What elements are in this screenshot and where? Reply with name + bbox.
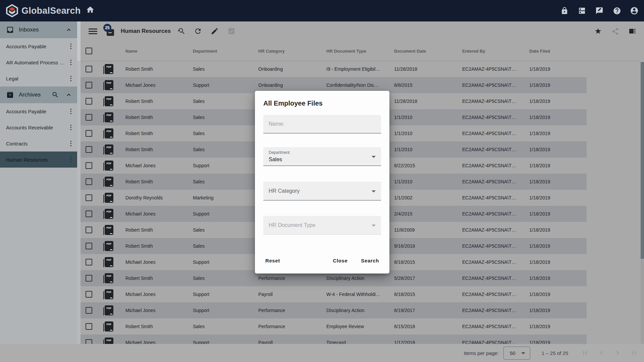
clipboard-check-icon[interactable]	[227, 27, 236, 36]
pdf-file-icon[interactable]: PDF	[105, 305, 113, 315]
pdf-file-icon[interactable]: PDF	[105, 257, 113, 267]
pdf-file-icon[interactable]: PDF	[105, 96, 113, 106]
sidebar-item-accounts-payable[interactable]: Accounts Payable⋮	[0, 103, 77, 119]
select-all-checkbox[interactable]	[86, 48, 92, 54]
pdf-file-icon[interactable]: PDF	[105, 128, 113, 138]
sidebar-section-inboxes[interactable]: Inboxes	[0, 21, 77, 38]
table-row[interactable]: PDFMichael JonesSupportPayrollW-4 - Fede…	[80, 286, 587, 302]
pdf-file-icon[interactable]: PDF	[105, 177, 113, 187]
sidebar-item-accounts-payable[interactable]: Accounts Payable⋮	[0, 38, 77, 54]
row-checkbox[interactable]	[86, 114, 92, 121]
kebab-menu-icon[interactable]: ⋮	[68, 44, 74, 49]
column-header-date-filed[interactable]: Date Filed	[529, 49, 587, 54]
department-select[interactable]: Department Sales	[263, 147, 381, 166]
edit-icon[interactable]	[210, 27, 219, 36]
kebab-menu-icon[interactable]: ⋮	[68, 60, 74, 65]
sidebar-item-accounts-receivable[interactable]: Accounts Receivable⋮	[0, 119, 77, 135]
row-checkbox[interactable]	[86, 291, 92, 298]
refresh-icon[interactable]	[194, 27, 202, 36]
reset-button[interactable]: Reset	[263, 255, 282, 266]
previous-page-icon[interactable]	[597, 349, 606, 357]
first-page-icon[interactable]	[581, 349, 590, 357]
row-checkbox[interactable]	[86, 210, 92, 217]
search-again-icon[interactable]	[177, 27, 185, 36]
avatar-icon[interactable]	[630, 6, 639, 15]
home-icon[interactable]	[86, 5, 95, 14]
menu-icon[interactable]	[89, 27, 97, 36]
document-count-badge[interactable]: 25	[105, 26, 116, 37]
share-icon[interactable]	[611, 27, 620, 36]
row-checkbox[interactable]	[86, 227, 92, 233]
table-row[interactable]: PDFRobert SmithSalesOnboardingI9 - Emplo…	[80, 61, 587, 77]
row-checkbox[interactable]	[86, 275, 92, 282]
storage-icon[interactable]	[578, 6, 586, 15]
pdf-file-icon[interactable]: PDF	[105, 225, 113, 235]
sidebar-item-ar-automated-process-[interactable]: AR Automated Process …⋮	[0, 54, 77, 70]
cell-department: Sales	[193, 179, 258, 184]
hr-category-select[interactable]: HR Category	[263, 182, 381, 200]
sidebar-item-legal[interactable]: Legal⋮	[0, 70, 77, 86]
row-checkbox[interactable]	[86, 243, 92, 249]
pdf-file-icon[interactable]: PDF	[105, 338, 113, 344]
feedback-icon[interactable]	[595, 6, 604, 15]
pdf-file-icon[interactable]: PDF	[105, 80, 113, 90]
column-header-entered-by[interactable]: Entered By	[462, 49, 529, 54]
star-icon[interactable]: ★	[594, 27, 602, 36]
sidebar-item-human-resources[interactable]: Human Resources⋮	[0, 152, 77, 168]
last-page-icon[interactable]	[629, 349, 638, 357]
table-row[interactable]: PDFRobert SmithSalesPerformanceEmployee …	[80, 318, 587, 335]
name-input[interactable]: Name:	[263, 115, 381, 133]
pdf-file-icon[interactable]: PDF	[105, 321, 113, 331]
row-checkbox[interactable]	[86, 130, 92, 137]
kebab-menu-icon[interactable]: ⋮	[68, 125, 74, 130]
view-column-icon[interactable]	[628, 27, 637, 36]
pdf-file-icon[interactable]: PDF	[105, 161, 113, 171]
sidebar-scrollbar-thumb[interactable]	[77, 21, 80, 61]
chevron-up-icon[interactable]	[65, 91, 72, 99]
row-checkbox[interactable]	[86, 307, 92, 314]
column-header-department[interactable]: Department	[193, 49, 258, 54]
kebab-menu-icon[interactable]: ⋮	[68, 76, 74, 81]
sidebar-item-contracts[interactable]: Contracts⋮	[0, 135, 77, 152]
items-per-page-select[interactable]: 50	[503, 347, 530, 360]
row-checkbox[interactable]	[86, 66, 92, 72]
row-checkbox[interactable]	[86, 146, 92, 153]
column-header-hr-document-type[interactable]: HR Document Type	[326, 49, 394, 54]
pdf-file-icon[interactable]: PDF	[105, 273, 113, 283]
pdf-file-icon[interactable]: PDF	[105, 193, 113, 203]
search-button[interactable]: Search	[359, 255, 381, 266]
table-row[interactable]: PDFMichael JonesSupportPayrollTimecard1/…	[80, 335, 587, 344]
table-row[interactable]: PDFMichael JonesSupportPerformanceDiscip…	[80, 302, 587, 318]
kebab-menu-icon[interactable]: ⋮	[68, 141, 74, 146]
kebab-menu-icon[interactable]: ⋮	[68, 157, 74, 162]
next-page-icon[interactable]	[613, 349, 622, 357]
pdf-file-icon[interactable]: PDF	[105, 112, 113, 122]
row-checkbox[interactable]	[86, 339, 92, 344]
close-button[interactable]: Close	[331, 255, 350, 266]
row-checkbox[interactable]	[86, 178, 92, 185]
main-scrollbar-track[interactable]	[641, 62, 644, 344]
help-icon[interactable]	[612, 6, 621, 15]
pdf-file-icon[interactable]: PDF	[105, 64, 113, 74]
sidebar-section-archives[interactable]: Archives	[0, 86, 77, 103]
row-checkbox[interactable]	[86, 259, 92, 265]
column-header-document-date[interactable]: Document Date	[394, 49, 462, 54]
row-checkbox[interactable]	[86, 194, 92, 201]
pdf-file-icon[interactable]: PDF	[105, 289, 113, 299]
column-header-name[interactable]: Name	[125, 49, 193, 54]
column-header-hr-category[interactable]: HR Category	[258, 49, 326, 54]
main-scrollbar-thumb[interactable]	[641, 62, 644, 259]
pdf-file-icon[interactable]: PDF	[105, 144, 113, 155]
row-checkbox[interactable]	[86, 82, 92, 88]
pdf-file-icon[interactable]: PDF	[105, 241, 113, 251]
row-checkbox[interactable]	[86, 98, 92, 105]
pdf-file-icon[interactable]: PDF	[105, 209, 113, 219]
row-checkbox[interactable]	[86, 162, 92, 169]
search-icon[interactable]	[52, 91, 59, 99]
cell-date-filed: 1/18/2019	[529, 195, 587, 200]
kebab-menu-icon[interactable]: ⋮	[68, 109, 74, 114]
hr-document-type-select[interactable]: HR Document Type	[263, 216, 381, 235]
chevron-up-icon[interactable]	[65, 26, 72, 34]
row-checkbox[interactable]	[86, 323, 92, 330]
lock-icon[interactable]	[560, 6, 569, 15]
